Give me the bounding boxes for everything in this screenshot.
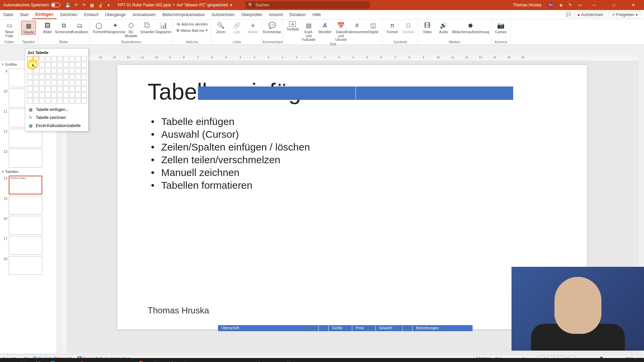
grid-cell[interactable] [75, 98, 81, 104]
slide-thumbnail[interactable] [9, 149, 42, 168]
grid-cell[interactable] [51, 68, 57, 73]
grid-cell[interactable] [69, 56, 75, 61]
tab-zeichnen[interactable]: Zeichnen [57, 10, 80, 19]
video-button[interactable]: 🎞Video [420, 21, 435, 34]
grid-cell[interactable] [69, 74, 75, 79]
equation-button[interactable]: πFormel [385, 21, 399, 34]
table-button[interactable]: ▦Tabelle [21, 21, 36, 35]
tab-hilfe[interactable]: Hilfe [309, 10, 324, 19]
grid-cell[interactable] [82, 56, 87, 61]
table-size-grid[interactable] [27, 56, 86, 104]
grid-cell[interactable] [51, 62, 57, 67]
save-icon[interactable]: 💾 [65, 3, 70, 8]
chrome-icon[interactable]: 🌐 [46, 359, 60, 362]
wordart-button[interactable]: AWordArt [317, 21, 332, 34]
grid-cell[interactable] [63, 68, 69, 73]
get-addins-button[interactable]: 🛍Add-Ins abrufen [175, 21, 209, 27]
slide-thumbnail[interactable] [9, 236, 42, 255]
grid-cell[interactable] [69, 86, 75, 92]
grid-cell[interactable] [82, 74, 87, 79]
tab-entwurf[interactable]: Entwurf [81, 10, 102, 19]
grid-cell[interactable] [39, 68, 45, 73]
window-layout-icon[interactable]: ▭ [578, 3, 582, 7]
bullet-item[interactable]: Tabellen formatieren [151, 179, 310, 192]
grid-cell[interactable] [27, 92, 33, 98]
qat-more-icon[interactable]: ▾ [107, 3, 110, 8]
grid-cell[interactable] [45, 80, 51, 85]
grid-cell[interactable] [45, 62, 51, 67]
section-tabellen[interactable]: Tabellen [0, 168, 57, 175]
grid-cell[interactable] [75, 86, 81, 92]
tab-start[interactable]: Start [16, 10, 32, 19]
telegram-icon[interactable]: ✈ [178, 359, 193, 362]
grid-cell[interactable] [33, 80, 39, 85]
tab-dictation[interactable]: Dictation [286, 10, 309, 19]
user-avatar[interactable]: TH [547, 2, 553, 8]
grid-cell[interactable] [57, 56, 63, 61]
slide-thumb-row[interactable]: 17 [0, 235, 57, 255]
grid-cell[interactable] [27, 80, 33, 85]
grid-cell[interactable] [33, 86, 39, 92]
maximize-button[interactable]: □ [607, 3, 621, 7]
app-icon-6[interactable]: ◎ [237, 359, 252, 362]
grid-cell[interactable] [57, 92, 63, 98]
user-name[interactable]: Thomas Hruska [513, 3, 541, 7]
grid-cell[interactable] [75, 68, 81, 73]
excel-table-menu[interactable]: ▦Excel-Kalkulationstabelle [27, 122, 86, 130]
slide-thumb-row[interactable]: 14Tabellen einfügen [0, 175, 57, 195]
slide-bullets[interactable]: Tabelle einfügenAuswahl (Cursor)Zeilen/S… [151, 115, 310, 192]
outlook-icon[interactable]: ✉ [60, 359, 74, 362]
grid-cell[interactable] [63, 62, 69, 67]
grid-cell[interactable] [27, 62, 33, 67]
chart-button[interactable]: 📊Diagramm [156, 21, 171, 34]
grid-cell[interactable] [51, 80, 57, 85]
symbol-button[interactable]: ΩSymbol [401, 21, 416, 34]
grid-cell[interactable] [45, 56, 51, 61]
grid-cell[interactable] [63, 80, 69, 85]
grid-cell[interactable] [69, 80, 75, 85]
app-icon-7[interactable]: ⬢ [252, 359, 266, 362]
grid-cell[interactable] [27, 68, 33, 73]
minimize-button[interactable]: — [588, 3, 601, 7]
grid-cell[interactable] [51, 86, 57, 92]
powerpoint-icon[interactable]: P [75, 359, 89, 362]
grid-cell[interactable] [39, 62, 45, 67]
grid-cell[interactable] [82, 80, 87, 85]
present-icon[interactable]: ▦ [90, 3, 94, 8]
slide-thumbnail[interactable] [9, 256, 42, 275]
windows-taskbar[interactable]: ⊞ 📁 🦊 🌐 ✉ P ☁ ▲ ▣ 🔴 N V ✈ ▶ ◉ ◍ ◎ ⬢ ▥ X … [0, 358, 644, 362]
grid-cell[interactable] [39, 56, 45, 61]
grid-cell[interactable] [69, 98, 75, 104]
app-icon-4[interactable]: ▶ [193, 359, 207, 362]
vscode-icon[interactable]: V [164, 359, 178, 362]
grid-cell[interactable] [57, 74, 63, 79]
comments-toggle[interactable]: 💬 [565, 11, 573, 18]
grid-cell[interactable] [63, 86, 69, 92]
bullet-item[interactable]: Auswahl (Cursor) [151, 128, 310, 141]
grid-cell[interactable] [39, 80, 45, 85]
grid-cell[interactable] [45, 86, 51, 92]
tab-einfuegen[interactable]: Einfügen [32, 10, 57, 19]
start-button[interactable]: ⊞ [1, 359, 15, 362]
undo-icon[interactable]: ↶ [74, 3, 78, 8]
close-button[interactable]: ✕ [627, 3, 640, 7]
app-icon-8[interactable]: ▥ [267, 359, 281, 362]
bullet-item[interactable]: Zeilen/Spalten einfügen / löschen [151, 141, 310, 154]
vlc-icon[interactable]: ▲ [105, 359, 119, 362]
object-button[interactable]: ◫Objekt [366, 21, 380, 34]
grid-cell[interactable] [69, 62, 75, 67]
tab-uebergaenge[interactable]: Übergänge [102, 10, 129, 19]
explorer-icon[interactable]: 📁 [16, 359, 30, 362]
grid-cell[interactable] [75, 62, 81, 67]
new-slide-button[interactable]: ▭Neue Folie [2, 21, 17, 38]
grid-cell[interactable] [39, 98, 45, 104]
grid-cell[interactable] [69, 92, 75, 98]
grid-cell[interactable] [27, 86, 33, 92]
grid-cell[interactable] [63, 92, 69, 98]
tab-aufzeichnen[interactable]: Aufzeichnen [208, 10, 238, 19]
grid-cell[interactable] [82, 98, 87, 104]
screen-recording-button[interactable]: ⏺Bildschirmaufzeichnung [452, 21, 489, 34]
grid-cell[interactable] [27, 74, 33, 79]
grid-cell[interactable] [57, 80, 63, 85]
grid-cell[interactable] [57, 62, 63, 67]
